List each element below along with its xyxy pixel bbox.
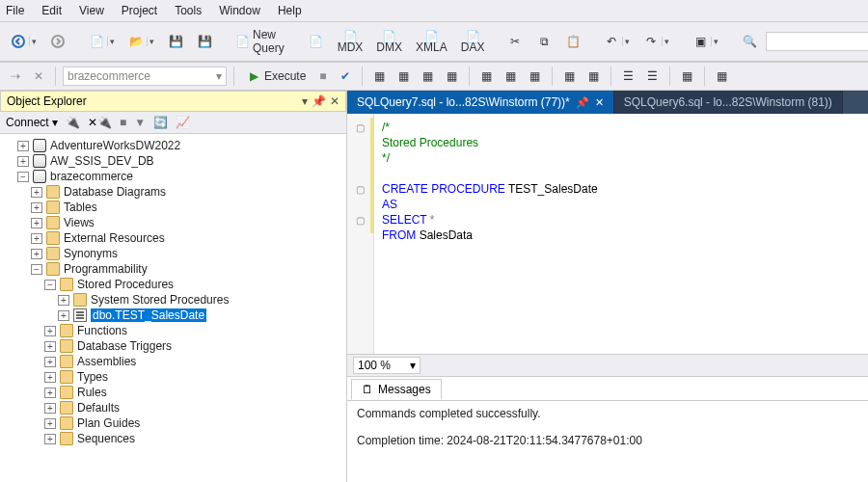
folder-icon xyxy=(60,324,73,337)
parse-button[interactable]: ✔ xyxy=(336,67,355,86)
tree-folder[interactable]: +Plan Guides xyxy=(2,415,344,431)
xmla-button[interactable]: 📄XMLA xyxy=(411,30,452,54)
sqlcmd-mode-button[interactable]: ▦ xyxy=(712,67,732,86)
zoom-combo[interactable]: 100 %▾ xyxy=(353,357,420,374)
standard-toolbar: ▾ 📄▾ 📂▾ 💾 💾 📄New Query 📄 📄MDX 📄DMX 📄XMLA… xyxy=(0,21,868,62)
results-file-button[interactable]: ▦ xyxy=(525,67,545,86)
folder-icon xyxy=(60,355,73,368)
tree-db-node[interactable]: +AW_SSIS_DEV_DB xyxy=(2,153,344,169)
messages-content: Commands completed successfully. Complet… xyxy=(347,401,868,453)
tree-folder[interactable]: −Stored Procedures xyxy=(2,277,344,292)
save-all-button[interactable]: 💾 xyxy=(192,31,217,52)
database-icon xyxy=(33,139,46,152)
database-combo[interactable]: brazecommerce▾ xyxy=(63,67,227,86)
display-plan-button[interactable]: ▦ xyxy=(369,67,390,86)
include-stats-button[interactable]: ▦ xyxy=(418,67,438,86)
new-item-button[interactable]: 📄▾ xyxy=(84,31,120,52)
tree-folder[interactable]: +Synonyms xyxy=(2,246,344,261)
close-icon[interactable]: ✕ xyxy=(330,94,339,108)
results-text-button[interactable]: ▦ xyxy=(501,67,521,86)
search-box[interactable] xyxy=(766,32,868,51)
indent-button[interactable]: ☰ xyxy=(618,67,638,86)
outdent-button[interactable]: ☰ xyxy=(642,67,663,86)
svg-point-1 xyxy=(52,36,64,47)
window-list-button[interactable]: ▣▾ xyxy=(688,31,723,52)
activity-monitor-icon[interactable]: 📈 xyxy=(176,116,190,129)
cut-button[interactable]: ✂ xyxy=(502,31,528,52)
folder-icon xyxy=(60,278,73,291)
execute-button[interactable]: ▶Execute xyxy=(241,66,311,87)
menu-view[interactable]: View xyxy=(79,4,104,17)
sql-editor[interactable]: ▢ ▢▢ /* Stored Procedures */ CREATE PROC… xyxy=(347,114,868,354)
tree-db-node[interactable]: −brazecommerce xyxy=(2,169,344,184)
tree-folder[interactable]: +Tables xyxy=(2,200,344,215)
tree-folder[interactable]: +System Stored Procedures xyxy=(2,292,344,308)
editor-code[interactable]: /* Stored Procedures */ CREATE PROCEDURE… xyxy=(374,114,606,354)
folder-icon xyxy=(60,386,73,399)
dmx-button[interactable]: 📄DMX xyxy=(371,30,407,54)
find-button[interactable]: 🔍 xyxy=(737,31,762,52)
filter-settings-icon[interactable]: ▼ xyxy=(134,116,146,129)
document-tab[interactable]: SQLQuery6.sql - lo...82S\Winstorm (81)) xyxy=(614,91,843,114)
messages-tab[interactable]: 🗒 Messages xyxy=(351,379,442,400)
tree-folder[interactable]: +Views xyxy=(2,215,344,230)
redo-button[interactable]: ↷▾ xyxy=(638,31,674,52)
analysis-query-button[interactable]: 📄 xyxy=(304,31,329,52)
tree-procedure-node[interactable]: +dbo.TEST_SalesDate xyxy=(2,308,344,323)
results-grid-button[interactable]: ▦ xyxy=(476,67,497,86)
tree-folder[interactable]: +Functions xyxy=(2,323,344,338)
tree-folder[interactable]: +Defaults xyxy=(2,400,344,415)
tree-folder[interactable]: +Database Triggers xyxy=(2,338,344,354)
procedure-icon xyxy=(73,308,87,322)
comment-button[interactable]: ▦ xyxy=(559,67,580,86)
tree-folder[interactable]: +Rules xyxy=(2,385,344,400)
open-file-button[interactable]: 📂▾ xyxy=(123,31,159,52)
menu-project[interactable]: Project xyxy=(122,4,157,17)
paste-button[interactable]: 📋 xyxy=(560,31,585,52)
uncomment-button[interactable]: ▦ xyxy=(583,67,604,86)
folder-icon xyxy=(46,247,60,260)
connect-button[interactable]: Connect ▾ xyxy=(6,116,58,129)
zoom-bar: 100 %▾ xyxy=(347,354,868,376)
include-plan-button[interactable]: ▦ xyxy=(393,67,414,86)
close-tab-icon[interactable]: ✕ xyxy=(595,96,604,109)
object-explorer-pane: Object Explorer ▾ 📌 ✕ Connect ▾ 🔌 ✕🔌 ■ ▼… xyxy=(0,91,347,482)
pin-icon[interactable]: 📌 xyxy=(312,94,326,108)
change-connection-button[interactable]: ⇢ xyxy=(6,67,25,86)
tree-folder[interactable]: +Assemblies xyxy=(2,354,344,369)
menu-bar: File Edit View Project Tools Window Help xyxy=(0,0,868,21)
dax-button[interactable]: 📄DAX xyxy=(456,30,490,54)
stop-button[interactable]: ■ xyxy=(314,67,331,86)
copy-button[interactable]: ⧉ xyxy=(531,31,556,52)
dropdown-icon[interactable]: ▾ xyxy=(302,94,308,108)
tree-folder[interactable]: +Types xyxy=(2,369,344,385)
tree-folder[interactable]: +Sequences xyxy=(2,431,344,446)
document-tab-bar: SQLQuery7.sql - lo...82S\Winstorm (77))*… xyxy=(347,91,868,114)
nav-back-button[interactable]: ▾ xyxy=(6,31,41,52)
include-client-stats-button[interactable]: ▦ xyxy=(442,67,462,86)
tree-folder[interactable]: −Programmability xyxy=(2,261,344,277)
tree-folder[interactable]: +External Resources xyxy=(2,230,344,246)
refresh-icon[interactable]: 🔄 xyxy=(153,116,168,129)
specify-values-button[interactable]: ▦ xyxy=(677,67,697,86)
menu-help[interactable]: Help xyxy=(278,4,302,17)
document-tab-active[interactable]: SQLQuery7.sql - lo...82S\Winstorm (77))*… xyxy=(347,91,614,114)
stop-icon[interactable]: ■ xyxy=(120,116,126,129)
tree-db-node[interactable]: +AdventureWorksDW2022 xyxy=(2,138,344,153)
object-explorer-tree[interactable]: +AdventureWorksDW2022 +AW_SSIS_DEV_DB −b… xyxy=(0,134,346,482)
save-button[interactable]: 💾 xyxy=(163,31,188,52)
filter-icon[interactable]: 🔌 xyxy=(66,116,80,129)
nav-forward-button[interactable] xyxy=(45,31,70,52)
tree-folder[interactable]: +Database Diagrams xyxy=(2,184,344,200)
mdx-button[interactable]: 📄MDX xyxy=(333,30,368,54)
filter-off-icon[interactable]: ✕🔌 xyxy=(88,116,112,129)
pin-icon[interactable]: 📌 xyxy=(576,96,589,109)
new-query-button[interactable]: 📄New Query xyxy=(231,25,290,58)
menu-tools[interactable]: Tools xyxy=(175,4,202,17)
menu-file[interactable]: File xyxy=(6,4,24,17)
menu-edit[interactable]: Edit xyxy=(41,4,62,17)
menu-window[interactable]: Window xyxy=(219,4,260,17)
disconnect-button[interactable]: ✕ xyxy=(29,67,48,86)
undo-button[interactable]: ↶▾ xyxy=(599,31,635,52)
messages-pane: 🗒 Messages Commands completed successful… xyxy=(347,376,868,482)
